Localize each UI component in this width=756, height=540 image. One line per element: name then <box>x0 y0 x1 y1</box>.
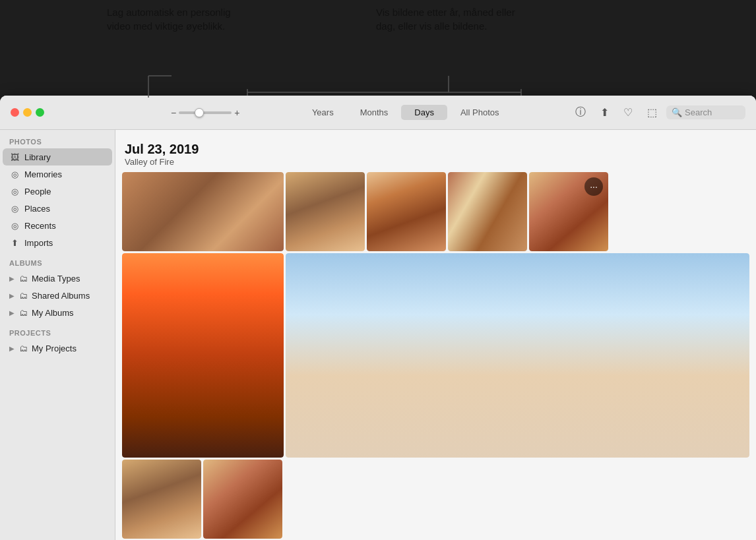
search-placeholder: Search <box>685 107 712 117</box>
photo-cell[interactable] <box>367 172 446 251</box>
photos-grid: Jul 23, 2019 Valley of Fire <box>115 130 756 540</box>
main-window: Photos 🖼 Library ◎ Memories ◎ People ◎ P… <box>0 96 756 540</box>
sidebar-section-projects: Projects <box>0 321 115 340</box>
sidebar-section-photos: Photos <box>0 130 115 148</box>
sidebar-item-library[interactable]: 🖼 Library <box>3 148 112 165</box>
people-icon: ◎ <box>9 186 20 196</box>
sidebar-item-places[interactable]: ◎ Places <box>3 200 112 217</box>
titlebar: − + Years Months Days All Photos ⓘ ⬆ ♡ ⬚… <box>0 96 756 130</box>
photo-cell[interactable] <box>203 460 282 539</box>
sidebar-item-people[interactable]: ◎ People <box>3 183 112 200</box>
sidebar-label-media-types: Media Types <box>32 274 80 284</box>
chevron-icon: ▶ <box>9 345 15 352</box>
callout-view-modes: Vis bildene etter år, måned eller dag, e… <box>376 5 521 33</box>
titlebar-actions: ⓘ ⬆ ♡ ⬚ 🔍 Search <box>571 104 756 122</box>
photo-cell[interactable] <box>286 253 749 458</box>
sidebar-label-memories: Memories <box>24 169 62 179</box>
my-projects-icon: 🗂 <box>18 343 28 353</box>
sidebar-label-recents: Recents <box>24 221 56 231</box>
photo-row-2 <box>122 253 749 458</box>
photo-cell[interactable] <box>122 253 284 458</box>
rotate-button[interactable]: ⬚ <box>643 104 661 122</box>
favorite-button[interactable]: ♡ <box>619 104 637 122</box>
tab-months[interactable]: Months <box>347 105 402 120</box>
media-types-icon: 🗂 <box>18 273 28 284</box>
photo-cell[interactable] <box>122 460 201 539</box>
photo-cell[interactable] <box>286 172 365 251</box>
chevron-icon: ▶ <box>9 309 15 316</box>
sidebar-group-my-albums[interactable]: ▶ 🗂 My Albums <box>3 304 112 321</box>
sidebar-group-shared-albums[interactable]: ▶ 🗂 Shared Albums <box>3 287 112 304</box>
search-icon: 🔍 <box>672 107 682 117</box>
photo-row-3 <box>122 460 749 539</box>
maximize-button[interactable] <box>36 108 44 117</box>
recents-icon: ◎ <box>9 220 20 231</box>
minimize-button[interactable] <box>23 108 32 117</box>
more-button[interactable]: ··· <box>584 177 603 196</box>
memories-icon: ◎ <box>9 169 20 179</box>
sidebar: Photos 🖼 Library ◎ Memories ◎ People ◎ P… <box>0 96 115 540</box>
sidebar-group-media-types[interactable]: ▶ 🗂 Media Types <box>3 270 112 287</box>
main-content: Jul 23, 2019 Valley of Fire <box>115 96 756 540</box>
tab-all-photos[interactable]: All Photos <box>447 105 513 120</box>
photo-row-1: ··· <box>122 172 749 251</box>
sidebar-section-albums: Albums <box>0 251 115 270</box>
chevron-icon: ▶ <box>9 275 15 282</box>
photo-cell[interactable]: ··· <box>529 172 608 251</box>
share-button[interactable]: ⬆ <box>595 104 614 122</box>
traffic-lights <box>0 108 44 117</box>
library-icon: 🖼 <box>9 152 20 162</box>
sidebar-label-people: People <box>24 187 51 196</box>
date-header-jul23: Jul 23, 2019 Valley of Fire <box>122 136 749 172</box>
date-location-jul23: Valley of Fire <box>125 157 747 167</box>
shared-albums-icon: 🗂 <box>18 290 28 301</box>
sidebar-label-imports: Imports <box>24 238 53 248</box>
date-group-jul23: Jul 23, 2019 Valley of Fire <box>122 136 749 540</box>
date-title-jul23: Jul 23, 2019 <box>125 142 747 157</box>
view-tabs: Years Months Days All Photos <box>239 105 571 120</box>
zoom-control: − + <box>52 107 239 118</box>
close-button[interactable] <box>11 108 19 117</box>
zoom-slider-thumb[interactable] <box>195 108 204 117</box>
my-albums-icon: 🗂 <box>18 307 28 318</box>
sidebar-label-my-projects: My Projects <box>32 344 77 353</box>
photo-cell[interactable] <box>122 172 284 251</box>
places-icon: ◎ <box>9 203 20 214</box>
sidebar-label-places: Places <box>24 204 50 214</box>
sidebar-item-memories[interactable]: ◎ Memories <box>3 165 112 183</box>
search-box[interactable]: 🔍 Search <box>666 105 745 119</box>
sidebar-label-library: Library <box>24 152 51 162</box>
sidebar-label-shared-albums: Shared Albums <box>32 291 90 301</box>
sidebar-label-my-albums: My Albums <box>32 308 74 318</box>
imports-icon: ⬆ <box>9 237 20 248</box>
sidebar-item-imports[interactable]: ⬆ Imports <box>3 234 112 251</box>
photo-cell[interactable] <box>448 172 527 251</box>
chevron-icon: ▶ <box>9 292 15 299</box>
callout-memories: Lag automatisk en personlig video med vi… <box>107 5 232 33</box>
zoom-out-button[interactable]: − <box>171 107 176 118</box>
info-button[interactable]: ⓘ <box>571 104 590 122</box>
tab-years[interactable]: Years <box>299 105 347 120</box>
sidebar-group-my-projects[interactable]: ▶ 🗂 My Projects <box>3 340 112 357</box>
sidebar-item-recents[interactable]: ◎ Recents <box>3 217 112 234</box>
zoom-in-button[interactable]: + <box>234 107 239 118</box>
zoom-slider-track[interactable] <box>179 111 232 114</box>
tab-days[interactable]: Days <box>401 105 447 120</box>
